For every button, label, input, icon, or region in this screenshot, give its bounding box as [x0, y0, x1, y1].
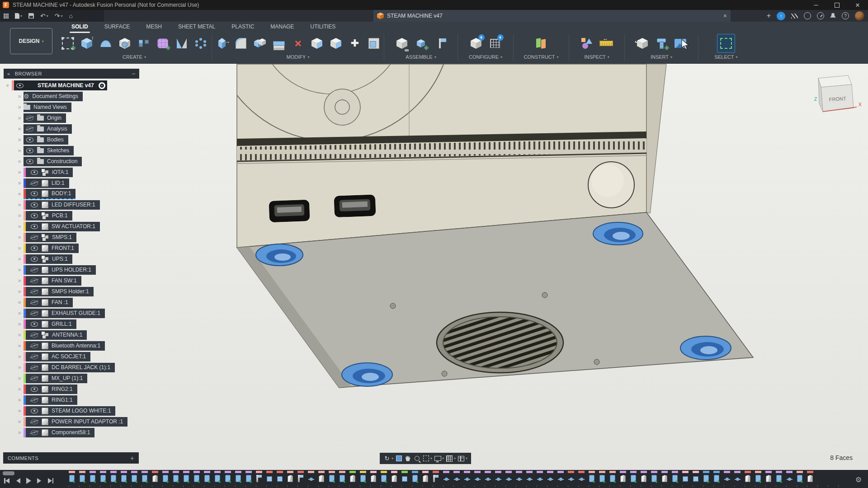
- visibility-eye-icon[interactable]: [30, 397, 38, 403]
- timeline-feature[interactable]: [453, 471, 460, 485]
- expand-arrow-icon[interactable]: »: [15, 223, 24, 230]
- rubber-foot[interactable]: [342, 363, 392, 386]
- timeline-feature[interactable]: [485, 471, 491, 485]
- configure-menu[interactable]: CONFIGURE▾: [469, 54, 502, 60]
- zoom-icon[interactable]: [413, 455, 420, 462]
- timeline-feature[interactable]: [256, 471, 262, 485]
- visibility-eye-icon[interactable]: [30, 169, 38, 175]
- expand-arrow-icon[interactable]: »: [15, 169, 24, 175]
- expand-arrow-icon[interactable]: »: [15, 277, 24, 284]
- timeline-feature[interactable]: [381, 471, 387, 485]
- expand-arrow-icon[interactable]: »: [15, 418, 24, 425]
- timeline-feature[interactable]: [734, 471, 741, 485]
- visibility-eye-icon[interactable]: [30, 202, 38, 207]
- rectangular-pattern-icon[interactable]: [135, 34, 152, 52]
- timeline-feature[interactable]: [713, 471, 720, 485]
- play-icon[interactable]: [25, 477, 32, 484]
- timeline-feature[interactable]: [339, 471, 345, 485]
- expand-arrow-icon[interactable]: »: [15, 104, 24, 110]
- timeline-feature[interactable]: [433, 471, 439, 485]
- insert-menu[interactable]: INSERT▾: [651, 54, 672, 60]
- browser-item[interactable]: » ⚙ LED DIFFUSER:1: [4, 199, 139, 210]
- save-icon[interactable]: [28, 13, 34, 19]
- timeline-feature[interactable]: [162, 471, 169, 485]
- visibility-eye-icon[interactable]: [30, 419, 38, 424]
- timeline-feature[interactable]: [391, 471, 397, 485]
- expand-arrow-icon[interactable]: »: [15, 234, 24, 240]
- browser-item[interactable]: » ⚙ SW ACTUATOR:1: [4, 221, 139, 232]
- browser-item[interactable]: » ⚙ DC BARREL JACK (1):1: [4, 362, 139, 373]
- expand-arrow-icon[interactable]: »: [15, 126, 24, 132]
- visibility-eye-icon[interactable]: [30, 245, 38, 251]
- browser-item[interactable]: » ⚙ POWER INPUT ADAPTOR :1: [4, 416, 139, 427]
- timeline-feature[interactable]: [173, 471, 179, 485]
- new-tab-icon[interactable]: +: [767, 12, 771, 20]
- timeline-feature[interactable]: [547, 471, 553, 485]
- usb-port-2[interactable]: [334, 195, 376, 217]
- visibility-eye-icon[interactable]: [30, 180, 38, 186]
- browser-item[interactable]: » ⚙ FAN :1: [4, 297, 139, 308]
- expand-arrow-icon[interactable]: »: [15, 332, 24, 338]
- browser-item[interactable]: » ⚙ BODY:1: [4, 188, 139, 199]
- expand-arrow-icon[interactable]: »: [15, 310, 24, 316]
- visibility-eye-icon[interactable]: [30, 321, 38, 327]
- visibility-eye-icon[interactable]: [26, 115, 34, 121]
- rubber-foot[interactable]: [680, 336, 731, 360]
- redo-icon[interactable]: ↷▾: [55, 13, 63, 19]
- notifications-bell-icon[interactable]: [830, 13, 836, 19]
- ribbon-tab[interactable]: SURFACE: [96, 22, 138, 32]
- expand-arrow-icon[interactable]: »: [15, 408, 24, 414]
- workspace-switcher[interactable]: DESIGN▾: [10, 28, 52, 54]
- timeline-feature[interactable]: [297, 471, 304, 485]
- construct-menu[interactable]: CONSTRUCT▾: [524, 54, 558, 60]
- insert-fastener-icon[interactable]: [653, 34, 670, 52]
- expand-arrow-icon[interactable]: »: [15, 386, 24, 392]
- close-button[interactable]: ✕: [847, 0, 868, 10]
- ribbon-tab[interactable]: MANAGE: [262, 22, 302, 32]
- browser-item[interactable]: » ⚙ FRONT:1: [4, 243, 139, 253]
- ribbon-tab[interactable]: PLASTIC: [223, 22, 262, 32]
- visibility-eye-icon[interactable]: [30, 300, 38, 305]
- browser-item[interactable]: » ⚙ Named Views: [4, 102, 139, 113]
- timeline-feature[interactable]: [235, 471, 241, 485]
- timeline-feature[interactable]: [797, 471, 803, 485]
- timeline-feature[interactable]: [557, 471, 564, 485]
- press-pull-icon[interactable]: [213, 34, 231, 52]
- timeline-feature[interactable]: [318, 471, 325, 485]
- timeline-feature[interactable]: [100, 471, 106, 485]
- derive-icon[interactable]: ↪: [634, 34, 651, 52]
- timeline-feature[interactable]: [672, 471, 678, 485]
- interference-icon[interactable]: [579, 34, 596, 52]
- timeline-feature[interactable]: [776, 471, 782, 485]
- model-canvas[interactable]: FRONT Z X « BROWSER − » STEAM MACHINE v4…: [0, 64, 868, 470]
- minimize-button[interactable]: [806, 0, 826, 10]
- browser-item[interactable]: » ⚙ STEAM LOGO WHITE:1: [4, 405, 139, 416]
- browser-item[interactable]: » ⚙ Document Settings: [4, 91, 139, 102]
- file-menu-icon[interactable]: ▾: [15, 13, 22, 19]
- expand-arrow-icon[interactable]: »: [15, 136, 24, 143]
- ribbon-tab[interactable]: MESH: [138, 22, 170, 32]
- timeline-feature[interactable]: [443, 471, 449, 485]
- timeline-feature[interactable]: [245, 471, 252, 485]
- power-button[interactable]: [588, 162, 634, 208]
- visibility-eye-icon[interactable]: [30, 224, 38, 229]
- timeline-feature[interactable]: [703, 471, 709, 485]
- timeline-feature[interactable]: [349, 471, 356, 485]
- minimize-panel-icon[interactable]: −: [132, 70, 136, 77]
- maximize-button[interactable]: [826, 0, 847, 10]
- visibility-eye-icon[interactable]: [30, 191, 38, 196]
- browser-item[interactable]: » ⚙ FAN SW:1: [4, 275, 139, 286]
- expand-arrow-icon[interactable]: »: [15, 93, 24, 99]
- visibility-eye-icon[interactable]: [30, 289, 38, 294]
- browser-item[interactable]: » ⚙ GRILL:1: [4, 319, 139, 329]
- timeline-feature[interactable]: [183, 471, 189, 485]
- timeline-feature[interactable]: [214, 471, 221, 485]
- configure-icon[interactable]: [467, 34, 485, 52]
- collapse-arrow-icon[interactable]: »: [5, 81, 11, 89]
- timeline-feature[interactable]: [422, 471, 429, 485]
- expand-arrow-icon[interactable]: »: [15, 212, 24, 219]
- expand-arrow-icon[interactable]: »: [15, 115, 24, 121]
- extensions-icon[interactable]: [791, 14, 798, 19]
- go-to-start-icon[interactable]: [4, 477, 10, 484]
- timeline-feature[interactable]: [121, 471, 127, 485]
